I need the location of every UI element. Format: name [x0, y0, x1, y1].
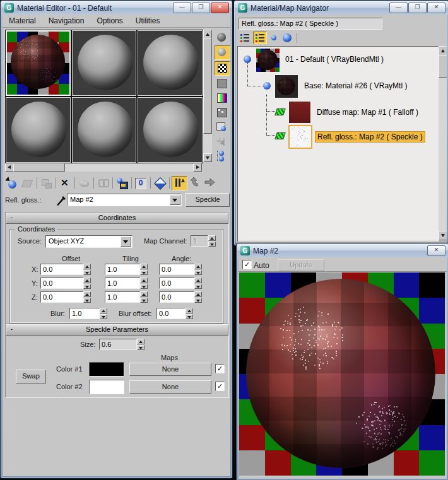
- angle-z-field[interactable]: [159, 291, 194, 303]
- source-dropdown[interactable]: Object XYZ: [45, 235, 133, 248]
- sample-slot[interactable]: [72, 97, 137, 163]
- sample-slot[interactable]: [138, 30, 203, 96]
- view-large-icons-icon[interactable]: [281, 32, 293, 44]
- color2-enable-checkbox[interactable]: ✓: [215, 382, 225, 391]
- blur-field[interactable]: [69, 308, 100, 319]
- dropdown-arrow-icon[interactable]: [170, 195, 180, 205]
- speckle-rollout-header[interactable]: - Speckle Parameters: [6, 324, 228, 336]
- map-window-titlebar[interactable]: G Map #2 ✕: [237, 244, 448, 257]
- map-channel-field[interactable]: [191, 235, 208, 247]
- sample-slot-active[interactable]: [6, 30, 71, 96]
- tiling-z-spinner[interactable]: [140, 291, 148, 303]
- tiling-y-field[interactable]: [105, 278, 140, 289]
- color1-swatch[interactable]: [89, 362, 124, 377]
- size-field[interactable]: [99, 339, 137, 350]
- update-button[interactable]: Update: [278, 259, 324, 271]
- view-list-icon[interactable]: [239, 32, 251, 44]
- offset-x-spinner[interactable]: [83, 264, 91, 275]
- dropdown-arrow-icon[interactable]: [121, 237, 131, 247]
- tree-item-label[interactable]: 01 - Default ( VRayBlendMtl ): [283, 54, 386, 64]
- reset-map-icon[interactable]: ✕: [58, 177, 73, 190]
- menu-navigation[interactable]: Navigation: [42, 15, 91, 27]
- backlight-icon[interactable]: [215, 45, 230, 60]
- map-channel-spinner[interactable]: [208, 235, 216, 247]
- menu-material[interactable]: Material: [3, 15, 42, 27]
- put-to-library-icon[interactable]: [115, 177, 129, 190]
- collapse-icon[interactable]: -: [8, 214, 15, 221]
- angle-z-spinner[interactable]: [194, 291, 202, 303]
- tree-item-label[interactable]: Refl. gloss.: Map #2 ( Speckle ): [315, 131, 425, 143]
- sample-slot[interactable]: [138, 97, 203, 163]
- get-material-icon[interactable]: [5, 177, 20, 190]
- offset-x-field[interactable]: [40, 264, 83, 275]
- tree-item-label[interactable]: Diffuse map: Map #1 ( Falloff ): [315, 107, 420, 117]
- material-editor-titlebar[interactable]: G Material Editor - 01 - Default — ❐ ✕: [1, 1, 232, 15]
- coordinates-rollout-header[interactable]: - Coordinates: [6, 213, 228, 224]
- color1-enable-checkbox[interactable]: ✓: [215, 364, 225, 373]
- tiling-z-field[interactable]: [105, 291, 140, 303]
- swap-button[interactable]: Swap: [16, 370, 46, 383]
- minimize-button[interactable]: —: [173, 3, 191, 13]
- sample-vertical-scrollbar[interactable]: [203, 30, 212, 162]
- maximize-button[interactable]: ❐: [192, 3, 210, 13]
- offset-y-field[interactable]: [40, 278, 83, 289]
- blur-spinner[interactable]: [100, 308, 107, 319]
- close-button[interactable]: ✕: [211, 3, 229, 13]
- minimize-button[interactable]: —: [389, 3, 408, 13]
- put-material-to-scene-icon[interactable]: [20, 177, 35, 190]
- select-by-material-icon[interactable]: [215, 135, 229, 148]
- angle-y-field[interactable]: [159, 278, 194, 289]
- tiling-x-spinner[interactable]: [140, 264, 148, 275]
- material-id-channel-icon[interactable]: 0: [134, 177, 148, 190]
- offset-y-spinner[interactable]: [83, 278, 91, 289]
- material-map-navigator-icon[interactable]: [215, 149, 229, 163]
- show-map-in-viewport-icon[interactable]: [153, 177, 167, 190]
- menu-options[interactable]: Options: [90, 15, 129, 27]
- assign-material-to-selection-icon[interactable]: [39, 177, 54, 190]
- make-preview-icon[interactable]: [215, 106, 229, 119]
- sample-uv-tiling-icon[interactable]: [215, 77, 229, 90]
- collapse-icon[interactable]: -: [8, 326, 15, 333]
- options-icon[interactable]: [215, 120, 229, 134]
- menu-utilities[interactable]: Utilities: [129, 15, 167, 27]
- color2-map-button[interactable]: None: [129, 380, 211, 394]
- offset-z-field[interactable]: [40, 291, 83, 303]
- map-type-button[interactable]: Speckle: [186, 193, 230, 207]
- blur-offset-field[interactable]: [156, 308, 186, 319]
- sample-type-sphere-icon[interactable]: [215, 31, 229, 44]
- make-unique-icon[interactable]: [96, 177, 110, 190]
- color2-swatch[interactable]: [89, 380, 124, 394]
- blur-offset-spinner[interactable]: [186, 308, 193, 319]
- background-checker-icon[interactable]: [215, 61, 230, 76]
- angle-x-field[interactable]: [159, 264, 194, 275]
- close-button[interactable]: ✕: [427, 245, 445, 256]
- go-forward-to-sibling-icon[interactable]: [203, 177, 218, 190]
- map-thumbnail[interactable]: [288, 101, 311, 124]
- material-thumbnail[interactable]: [274, 74, 298, 98]
- tiling-x-field[interactable]: [105, 264, 140, 275]
- view-small-icons-icon[interactable]: [269, 32, 279, 44]
- show-end-result-icon[interactable]: [172, 176, 187, 190]
- sample-slot[interactable]: [72, 30, 137, 96]
- video-color-check-icon[interactable]: [215, 91, 229, 105]
- pick-material-eyedropper-icon[interactable]: [56, 194, 67, 208]
- angle-y-spinner[interactable]: [194, 278, 202, 289]
- maximize-button[interactable]: ❐: [408, 3, 427, 13]
- offset-z-spinner[interactable]: [83, 291, 91, 303]
- navigator-titlebar[interactable]: G Material/Map Navigator — ❐ ✕: [235, 1, 448, 15]
- material-thumbnail[interactable]: [256, 48, 280, 73]
- material-name-dropdown[interactable]: Map #2: [67, 194, 182, 206]
- color1-map-button[interactable]: None: [129, 363, 211, 376]
- size-spinner[interactable]: [137, 339, 144, 350]
- go-to-parent-icon[interactable]: [188, 177, 203, 190]
- auto-checkbox[interactable]: ✓: [242, 260, 252, 269]
- sample-slot[interactable]: [6, 97, 71, 163]
- sample-horizontal-scrollbar[interactable]: [5, 163, 202, 172]
- tree-item-label[interactable]: Base: Material #26 ( VRayMtl ): [302, 81, 409, 91]
- tree-scrollbar[interactable]: [439, 46, 447, 240]
- close-button[interactable]: ✕: [427, 3, 445, 13]
- angle-x-spinner[interactable]: [194, 264, 202, 275]
- make-material-copy-icon[interactable]: [77, 177, 91, 190]
- tiling-y-spinner[interactable]: [140, 278, 148, 289]
- map-thumbnail[interactable]: [288, 125, 312, 149]
